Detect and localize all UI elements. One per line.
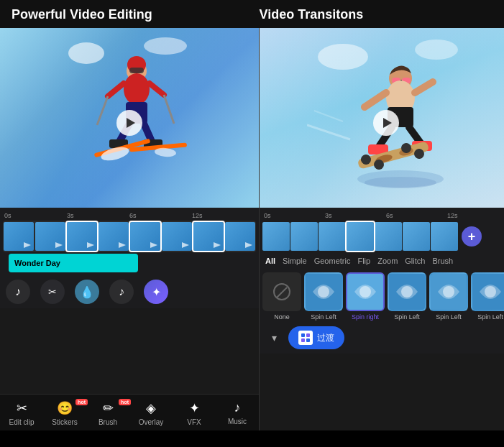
transition-spin-left-1[interactable]: Spin Left — [304, 272, 343, 321]
svg-line-21 — [307, 125, 350, 139]
clip-thumb-6[interactable] — [162, 222, 192, 251]
music-icon-left[interactable]: ♪ — [6, 280, 30, 304]
right-clip-7[interactable] — [431, 222, 458, 251]
svg-line-8 — [97, 96, 108, 125]
svg-point-45 — [318, 286, 329, 298]
right-clip-6[interactable] — [403, 222, 430, 251]
spin-left-4-label: Spin Left — [477, 313, 503, 321]
spin-left-1-thumb[interactable] — [304, 272, 343, 311]
spin-left-1-label: Spin Left — [311, 313, 336, 321]
right-ruler-6s: 6s — [386, 212, 447, 219]
svg-rect-57 — [306, 338, 310, 342]
cat-geometric[interactable]: Geometric — [314, 257, 351, 265]
svg-line-22 — [314, 111, 343, 121]
cat-simple[interactable]: Simple — [283, 257, 307, 265]
svg-rect-56 — [301, 338, 305, 342]
spin-left-3-label: Spin Left — [436, 313, 462, 321]
spin-left-3-thumb[interactable] — [429, 272, 468, 311]
transition-pill[interactable]: 过渡 — [288, 326, 344, 349]
cat-glitch[interactable]: Glitch — [405, 257, 425, 265]
right-clip-1[interactable] — [262, 222, 290, 251]
skier-illustration — [58, 32, 201, 175]
transition-pill-text: 过渡 — [317, 332, 334, 344]
chevron-down-icon[interactable]: ▾ — [265, 329, 283, 346]
left-ruler: 0s 3s 6s 12s — [0, 211, 259, 221]
right-play-button[interactable] — [373, 110, 399, 136]
ruler-0s: 0s — [4, 212, 67, 219]
right-clip-3[interactable] — [319, 222, 346, 251]
nav-vfx[interactable]: ✦ VFX — [173, 400, 216, 426]
clip-thumb-3[interactable] — [67, 222, 97, 251]
svg-rect-54 — [301, 333, 305, 337]
svg-point-43 — [365, 177, 436, 188]
right-clip-5[interactable] — [375, 222, 402, 251]
cat-brush[interactable]: Brush — [432, 257, 453, 265]
clip-thumb-8[interactable] — [225, 222, 255, 251]
music-icon-right[interactable]: ♪ — [109, 280, 134, 304]
nav-overlay-label: Overlay — [139, 418, 163, 426]
brush-hot-badge: hot — [119, 399, 131, 405]
left-clip-track[interactable] — [3, 221, 256, 252]
svg-line-32 — [409, 127, 421, 143]
left-video-preview[interactable] — [0, 28, 259, 208]
spin-left-2-thumb[interactable] — [388, 272, 426, 311]
nav-brush[interactable]: ✏ hot Brush — [86, 400, 129, 426]
right-bottom-bar: ▾ 过渡 — [260, 323, 504, 352]
transition-spin-left-2[interactable]: Spin Left — [388, 272, 426, 321]
svg-point-5 — [124, 73, 150, 105]
none-thumb[interactable] — [262, 272, 301, 311]
svg-line-29 — [365, 93, 386, 107]
svg-line-6 — [108, 83, 124, 96]
ruler-12s: 12s — [192, 212, 255, 219]
right-ruler-12s: 12s — [447, 212, 504, 219]
svg-point-47 — [359, 286, 371, 298]
water-icon[interactable]: 💧 — [75, 280, 99, 304]
clip-thumb-4[interactable] — [98, 222, 129, 251]
text-icon[interactable]: ✂ — [40, 280, 65, 304]
ruler-6s: 6s — [129, 212, 192, 219]
svg-line-7 — [150, 83, 164, 95]
clip-thumb-7[interactable] — [193, 222, 224, 251]
left-toolbar: ♪ ✂ 💧 ♪ ✦ — [0, 275, 259, 307]
spin-right-label: Spin right — [352, 313, 379, 321]
cat-all[interactable]: All — [265, 257, 275, 265]
subtitle-bar[interactable]: Wonder Day — [9, 254, 138, 272]
nav-stickers-label: Stickers — [52, 418, 78, 426]
cat-zoom[interactable]: Zoom — [377, 257, 398, 265]
spin-left-2-label: Spin Left — [394, 313, 420, 321]
svg-line-9 — [164, 95, 174, 124]
spin-right-thumb[interactable] — [346, 272, 385, 311]
nav-edit-clip[interactable]: ✂ Edit clip — [0, 400, 43, 426]
clip-thumb-1[interactable] — [4, 222, 34, 251]
cat-flip[interactable]: Flip — [357, 257, 370, 265]
nav-overlay[interactable]: ◈ Overlay — [129, 400, 173, 426]
transition-spin-left-3[interactable]: Spin Left — [429, 272, 468, 321]
nav-vfx-label: VFX — [187, 418, 201, 426]
none-icon — [273, 283, 290, 300]
none-label: None — [274, 313, 290, 321]
svg-point-51 — [443, 286, 454, 298]
clip-thumb-5[interactable] — [130, 222, 160, 251]
right-timeline: 0s 3s 6s 12s + All Simple Geometric — [260, 208, 504, 354]
clip-thumb-2[interactable] — [35, 222, 65, 251]
right-ruler-0s: 0s — [264, 212, 325, 219]
left-panel: 0s 3s 6s 12s Wonder Day — [0, 28, 260, 430]
nav-stickers[interactable]: 😊 hot Stickers — [43, 400, 86, 426]
right-clip-4-selected[interactable] — [347, 222, 374, 251]
left-play-button[interactable] — [116, 110, 142, 136]
transition-spin-right[interactable]: Spin right — [346, 272, 385, 321]
right-ruler-3s: 3s — [325, 212, 386, 219]
magic-icon[interactable]: ✦ — [144, 280, 168, 304]
right-clip-2[interactable] — [290, 222, 318, 251]
nav-music-label: Music — [228, 418, 247, 425]
svg-point-49 — [401, 286, 413, 298]
add-clip-button[interactable]: + — [462, 226, 482, 246]
left-timeline: 0s 3s 6s 12s Wonder Day — [0, 208, 259, 308]
spin-left-4-thumb[interactable] — [471, 272, 504, 311]
transition-none[interactable]: None — [262, 272, 301, 321]
right-video-preview[interactable] — [260, 28, 504, 208]
svg-line-30 — [415, 82, 433, 93]
transition-categories: All Simple Geometric Flip Zoom Glitch Br… — [260, 252, 504, 269]
nav-music[interactable]: ♪ Music — [216, 400, 259, 426]
transition-spin-left-4[interactable]: Spin Left — [471, 272, 504, 321]
